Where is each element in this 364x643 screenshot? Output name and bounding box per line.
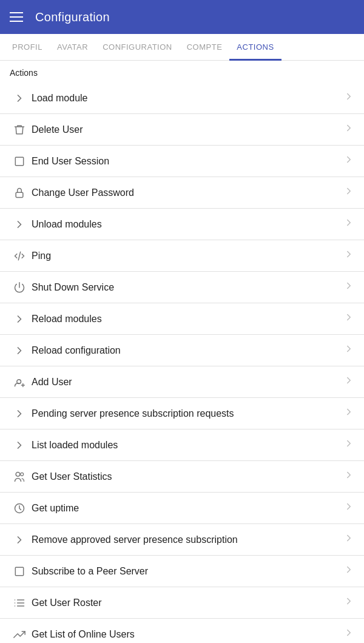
tab-configuration[interactable]: CONFIGURATION <box>95 34 180 61</box>
item-label-get-list-online-users: Get List of Online Users <box>29 629 343 640</box>
list-item-load-module[interactable]: Load module <box>0 82 364 114</box>
item-label-delete-user: Delete User <box>29 124 343 135</box>
tab-avatar[interactable]: AVATAR <box>50 34 95 61</box>
chevron-icon <box>10 345 29 357</box>
chevron-right-icon <box>343 564 354 578</box>
chevron-right-icon <box>343 280 354 294</box>
trash-icon <box>10 124 29 136</box>
actions-list: Load module Delete User End User Session… <box>0 82 364 643</box>
group-icon <box>10 471 29 483</box>
add-person-icon <box>10 376 29 388</box>
chevron-icon <box>10 534 29 546</box>
list-item-remove-approved-server-presence[interactable]: Remove approved server presence subscrip… <box>0 524 364 556</box>
tab-compte[interactable]: COMPTE <box>180 34 230 61</box>
item-label-add-user: Add User <box>29 377 343 388</box>
chevron-right-icon <box>343 375 354 389</box>
square-icon <box>10 565 29 577</box>
item-label-pending-server-presence: Pending server presence subscription req… <box>29 408 343 419</box>
item-label-end-user-session: End User Session <box>29 156 343 167</box>
list-item-reload-configuration[interactable]: Reload configuration <box>0 335 364 366</box>
square-icon <box>10 155 29 167</box>
item-label-shut-down-service: Shut Down Service <box>29 282 343 293</box>
arrows-icon <box>10 250 29 262</box>
list-item-delete-user[interactable]: Delete User <box>0 114 364 146</box>
list-item-reload-modules[interactable]: Reload modules <box>0 303 364 335</box>
chevron-right-icon <box>343 501 354 515</box>
list-item-change-user-password[interactable]: Change User Password <box>0 177 364 209</box>
chevron-right-icon <box>343 123 354 136</box>
item-label-remove-approved-server-presence: Remove approved server presence subscrip… <box>29 534 343 545</box>
svg-point-2 <box>16 472 20 476</box>
chevron-icon <box>10 218 29 231</box>
list-item-ping[interactable]: Ping <box>0 240 364 272</box>
item-label-get-user-roster: Get User Roster <box>29 598 343 608</box>
chevron-icon <box>10 439 29 451</box>
chevron-icon <box>10 313 29 325</box>
chevron-right-icon <box>343 406 354 420</box>
chevron-right-icon <box>343 438 354 452</box>
tab-profil[interactable]: PROFIL <box>5 34 50 61</box>
list-item-get-user-roster[interactable]: Get User Roster <box>0 587 364 619</box>
svg-rect-0 <box>15 157 23 165</box>
svg-rect-5 <box>15 567 23 575</box>
app-header: Configuration <box>0 0 364 34</box>
list-item-pending-server-presence[interactable]: Pending server presence subscription req… <box>0 398 364 429</box>
page-title: Configuration <box>35 10 110 24</box>
chevron-right-icon <box>343 596 354 610</box>
chevron-right-icon <box>343 470 354 483</box>
list-item-get-user-statistics[interactable]: Get User Statistics <box>0 461 364 493</box>
list-item-get-list-online-users[interactable]: Get List of Online Users <box>0 619 364 643</box>
menu-icon[interactable] <box>10 12 23 22</box>
item-label-get-uptime: Get uptime <box>29 503 343 514</box>
tab-actions[interactable]: ACTIONS <box>229 34 281 61</box>
chevron-right-icon <box>343 91 354 105</box>
list-item-shut-down-service[interactable]: Shut Down Service <box>0 272 364 303</box>
list-item-add-user[interactable]: Add User <box>0 366 364 398</box>
list-item-list-loaded-modules[interactable]: List loaded modules <box>0 429 364 461</box>
svg-rect-1 <box>16 192 23 197</box>
list-icon <box>10 597 29 609</box>
item-label-reload-configuration: Reload configuration <box>29 345 343 356</box>
item-label-load-module: Load module <box>29 93 343 104</box>
item-label-change-user-password: Change User Password <box>29 187 343 198</box>
chevron-icon <box>10 92 29 104</box>
chevron-right-icon <box>343 217 354 231</box>
chevron-right-icon <box>343 312 354 326</box>
power-icon <box>10 281 29 294</box>
chevron-right-icon <box>343 249 354 263</box>
chevron-right-icon <box>343 154 354 168</box>
chevron-right-icon <box>343 533 354 547</box>
item-label-subscribe-peer-server: Subscribe to a Peer Server <box>29 566 343 577</box>
list-item-subscribe-peer-server[interactable]: Subscribe to a Peer Server <box>0 556 364 587</box>
chevron-right-icon <box>343 627 354 641</box>
chevron-right-icon <box>343 343 354 357</box>
chevron-right-icon <box>343 186 354 200</box>
svg-point-3 <box>21 473 24 476</box>
list-item-end-user-session[interactable]: End User Session <box>0 146 364 177</box>
item-label-reload-modules: Reload modules <box>29 314 343 325</box>
lock-icon <box>10 187 29 199</box>
tab-bar: PROFIL AVATAR CONFIGURATION COMPTE ACTIO… <box>0 34 364 61</box>
list-item-get-uptime[interactable]: Get uptime <box>0 493 364 524</box>
clock-icon <box>10 502 29 514</box>
trending-up-icon <box>10 628 29 641</box>
item-label-unload-modules: Unload modules <box>29 219 343 230</box>
section-heading: Actions <box>0 61 364 82</box>
item-label-list-loaded-modules: List loaded modules <box>29 440 343 451</box>
chevron-icon <box>10 408 29 420</box>
item-label-get-user-statistics: Get User Statistics <box>29 471 343 482</box>
item-label-ping: Ping <box>29 251 343 261</box>
list-item-unload-modules[interactable]: Unload modules <box>0 209 364 240</box>
